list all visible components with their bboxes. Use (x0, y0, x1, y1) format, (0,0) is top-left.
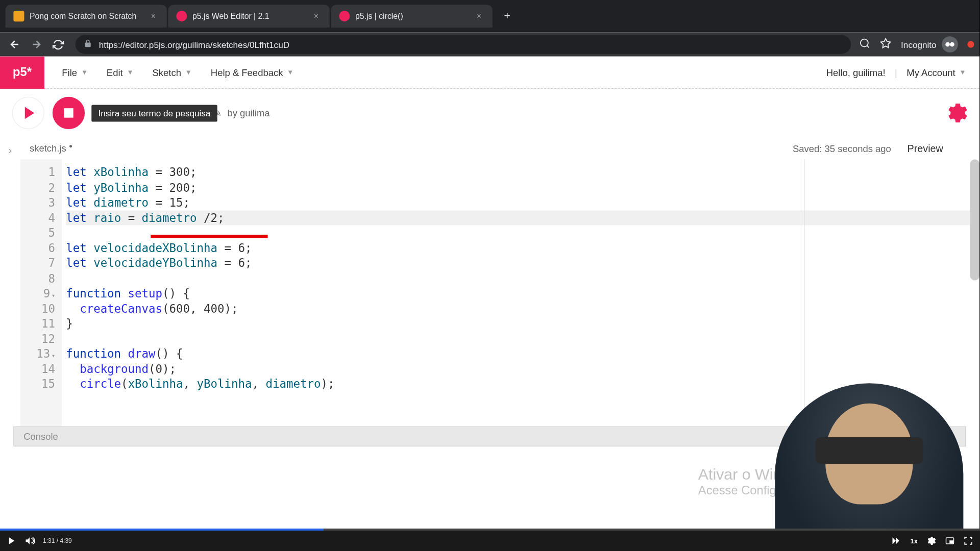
url-bar[interactable]: https://editor.p5js.org/guilima/sketches… (76, 35, 851, 54)
video-speed[interactable]: 1x (911, 537, 918, 545)
scrollbar[interactable] (970, 159, 979, 280)
browser-tab-2[interactable]: p5.js | circle() × (331, 5, 492, 28)
svg-rect-9 (950, 541, 953, 543)
sidebar-toggle[interactable]: › (0, 137, 20, 427)
svg-marker-6 (892, 537, 896, 544)
menu-sketch[interactable]: Sketch▼ (143, 56, 201, 88)
editor-area: › sketch.js ● Saved: 35 seconds ago Prev… (0, 137, 979, 427)
preview-label: Preview (908, 142, 943, 154)
incognito-badge: Incognito (901, 36, 958, 53)
chevron-down-icon: ▼ (287, 68, 293, 76)
sketch-title-area: ✎ by guilima (214, 108, 270, 118)
video-volume-button[interactable] (24, 536, 35, 546)
svg-marker-7 (896, 537, 899, 544)
close-icon[interactable]: × (148, 11, 159, 21)
new-tab-button[interactable]: + (498, 7, 517, 26)
code-lines[interactable]: let xBolinha = 300;let yBolinha = 200;le… (62, 159, 979, 426)
video-fullscreen-button[interactable] (964, 536, 973, 545)
chevron-down-icon: ▼ (960, 68, 966, 76)
svg-point-3 (945, 42, 950, 47)
p5-toolbar: Insira seu termo de pesquisa ✎ by guilim… (0, 89, 979, 137)
tab-title: p5.js Web Editor | 2.1 (192, 11, 305, 20)
tab-title: p5.js | circle() (355, 11, 468, 20)
editor-tabs: sketch.js ● Saved: 35 seconds ago Previe… (20, 137, 979, 159)
video-skip-button[interactable] (891, 536, 901, 546)
settings-button[interactable] (946, 102, 967, 123)
file-tab[interactable]: sketch.js ● (30, 143, 72, 154)
incognito-icon (942, 36, 958, 53)
url-text: https://editor.p5js.org/guilima/sketches… (99, 39, 289, 49)
code-editor[interactable]: 123456789101112131415 let xBolinha = 300… (20, 159, 979, 426)
svg-point-4 (950, 42, 954, 47)
play-icon (24, 107, 34, 119)
annotation-underline (151, 235, 267, 238)
svg-marker-2 (881, 38, 891, 47)
chevron-down-icon: ▼ (127, 68, 134, 76)
sketch-author: by guilima (227, 108, 270, 118)
browser-tab-1[interactable]: p5.js Web Editor | 2.1 × (168, 5, 330, 28)
editor-main: sketch.js ● Saved: 35 seconds ago Previe… (20, 137, 979, 427)
close-icon[interactable]: × (474, 11, 484, 21)
reload-button[interactable] (48, 35, 67, 54)
video-settings-button[interactable] (927, 536, 936, 545)
browser-tab-0[interactable]: Pong com Scratch on Scratch × (6, 5, 167, 28)
star-icon[interactable] (880, 37, 891, 52)
menu-help[interactable]: Help & Feedback▼ (201, 56, 303, 88)
stop-button[interactable] (53, 97, 85, 129)
favicon-icon (176, 11, 187, 21)
saved-status: Saved: 35 seconds ago (793, 143, 891, 154)
video-play-button[interactable] (7, 536, 16, 545)
split-divider[interactable] (804, 159, 804, 426)
play-button[interactable] (12, 97, 44, 129)
search-icon[interactable] (859, 37, 870, 52)
svg-point-0 (861, 39, 868, 46)
video-time: 1:31 / 4:39 (43, 537, 72, 544)
console-label: Console (23, 431, 58, 442)
back-button[interactable] (6, 35, 24, 54)
p5-header: p5* File▼ Edit▼ Sketch▼ Help & Feedback▼… (0, 57, 979, 89)
favicon-icon (13, 11, 24, 21)
favicon-icon (339, 11, 350, 21)
menu-edit[interactable]: Edit▼ (97, 56, 143, 88)
svg-marker-5 (9, 537, 15, 544)
video-pip-button[interactable] (945, 536, 954, 545)
forward-button[interactable] (27, 35, 46, 54)
chevron-down-icon: ▼ (81, 68, 88, 76)
stop-icon (64, 108, 73, 117)
profile-icon[interactable] (967, 41, 974, 47)
my-account[interactable]: My Account▼ (906, 67, 966, 78)
close-icon[interactable]: × (311, 11, 322, 21)
tab-title: Pong com Scratch on Scratch (30, 11, 142, 20)
lock-icon (83, 39, 92, 49)
chevron-down-icon: ▼ (185, 68, 192, 76)
divider: | (895, 67, 897, 78)
svg-line-1 (867, 45, 869, 47)
menu-file[interactable]: File▼ (53, 56, 97, 88)
video-progress-bar[interactable] (0, 529, 324, 531)
video-controls: 1:31 / 4:39 1x (0, 531, 980, 551)
browser-tab-strip: Pong com Scratch on Scratch × p5.js Web … (0, 0, 979, 32)
browser-toolbar: https://editor.p5js.org/guilima/sketches… (0, 32, 979, 56)
search-tooltip: Insira seu termo de pesquisa (91, 105, 217, 121)
p5-menu-bar: File▼ Edit▼ Sketch▼ Help & Feedback▼ (53, 56, 826, 88)
incognito-label: Incognito (901, 39, 937, 49)
p5-logo[interactable]: p5* (0, 56, 44, 88)
hello-user: Hello, guilima! (826, 67, 886, 78)
line-gutter: 123456789101112131415 (20, 159, 62, 426)
